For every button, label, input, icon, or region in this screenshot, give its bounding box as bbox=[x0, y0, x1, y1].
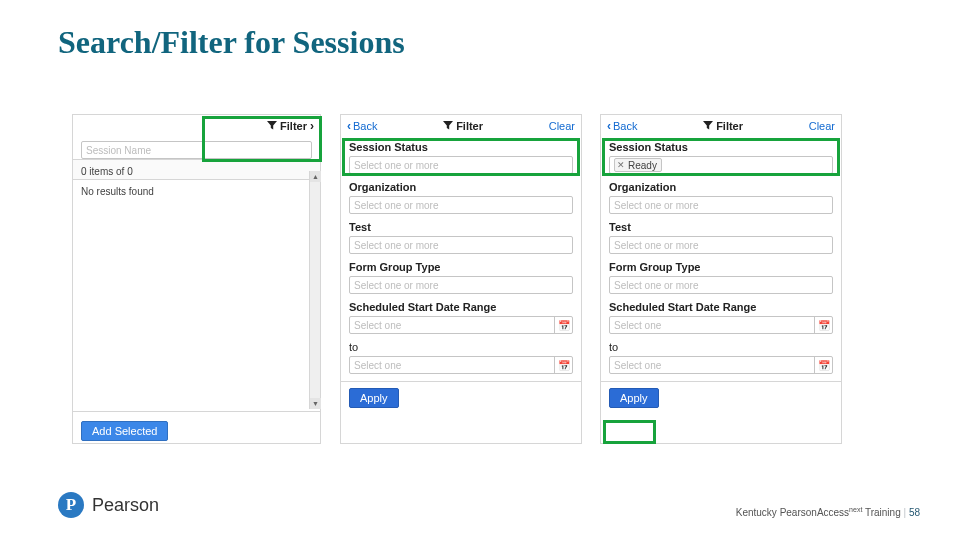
multi-placeholder: Select one or more bbox=[354, 200, 439, 211]
filter-icon bbox=[267, 121, 277, 131]
panel-filter-with-status: ‹Back Filter Clear Session Status ✕ Read… bbox=[600, 114, 842, 444]
multi-placeholder: Select one or more bbox=[614, 200, 699, 211]
chevron-left-icon: ‹ bbox=[347, 119, 351, 133]
label-test: Test bbox=[341, 217, 581, 233]
start-date-input[interactable]: Select one📅 bbox=[349, 316, 573, 334]
test-select[interactable]: Select one or more bbox=[349, 236, 573, 254]
filter-icon bbox=[703, 121, 713, 131]
label-organization: Organization bbox=[341, 177, 581, 193]
apply-button[interactable]: Apply bbox=[349, 388, 399, 408]
session-status-select[interactable]: ✕ Ready bbox=[609, 156, 833, 174]
chevron-right-icon: › bbox=[310, 119, 314, 133]
footer-suffix: Training bbox=[862, 507, 903, 518]
test-select[interactable]: Select one or more bbox=[609, 236, 833, 254]
label-form-group-type: Form Group Type bbox=[341, 257, 581, 273]
brand-logo-icon: P bbox=[58, 492, 84, 518]
brand: P Pearson bbox=[58, 492, 159, 518]
page-number: 58 bbox=[909, 507, 920, 518]
calendar-icon[interactable]: 📅 bbox=[814, 316, 832, 334]
add-selected-button[interactable]: Add Selected bbox=[81, 421, 168, 441]
back-link[interactable]: ‹Back bbox=[347, 119, 377, 133]
calendar-icon[interactable]: 📅 bbox=[554, 316, 572, 334]
start-date-input[interactable]: Select one📅 bbox=[609, 316, 833, 334]
clear-link[interactable]: Clear bbox=[549, 120, 575, 132]
footer-right-text: Kentucky PearsonAccessnext Training | 58 bbox=[736, 506, 920, 518]
back-link-label: Back bbox=[613, 120, 637, 132]
results-scrollbar[interactable]: ▲ ▼ bbox=[309, 171, 320, 409]
brand-name: Pearson bbox=[92, 495, 159, 516]
multi-placeholder: Select one or more bbox=[354, 240, 439, 251]
multi-placeholder: Select one or more bbox=[354, 280, 439, 291]
multi-placeholder: Select one or more bbox=[614, 240, 699, 251]
chip-label: Ready bbox=[628, 160, 657, 171]
multi-placeholder: Select one or more bbox=[354, 160, 439, 171]
panel-title: Filter bbox=[377, 120, 548, 132]
apply-button[interactable]: Apply bbox=[609, 388, 659, 408]
end-date-input[interactable]: Select one📅 bbox=[349, 356, 573, 374]
back-link-label: Back bbox=[353, 120, 377, 132]
chip-remove-icon[interactable]: ✕ bbox=[617, 160, 625, 170]
organization-select[interactable]: Select one or more bbox=[609, 196, 833, 214]
label-scheduled-range: Scheduled Start Date Range bbox=[341, 297, 581, 313]
slide-title: Search/Filter for Sessions bbox=[58, 24, 405, 61]
label-to: to bbox=[341, 337, 581, 353]
single-placeholder: Select one bbox=[614, 360, 661, 371]
filter-toggle-label: Filter bbox=[280, 120, 307, 132]
filter-toggle[interactable]: Filter › bbox=[267, 119, 314, 133]
panel-filter-empty: ‹Back Filter Clear Session Status Select… bbox=[340, 114, 582, 444]
scroll-down-icon[interactable]: ▼ bbox=[310, 398, 321, 409]
single-placeholder: Select one bbox=[354, 360, 401, 371]
organization-select[interactable]: Select one or more bbox=[349, 196, 573, 214]
results-count: 0 items of 0 bbox=[73, 159, 320, 180]
search-input-placeholder: Session Name bbox=[86, 145, 151, 156]
chevron-left-icon: ‹ bbox=[607, 119, 611, 133]
panel-session-list: Filter › Session Name 0 items of 0 No re… bbox=[72, 114, 321, 444]
label-session-status: Session Status bbox=[601, 137, 841, 153]
label-scheduled-range: Scheduled Start Date Range bbox=[601, 297, 841, 313]
calendar-icon[interactable]: 📅 bbox=[554, 356, 572, 374]
session-status-select[interactable]: Select one or more bbox=[349, 156, 573, 174]
multi-placeholder: Select one or more bbox=[614, 280, 699, 291]
label-session-status: Session Status bbox=[341, 137, 581, 153]
status-chip-ready[interactable]: ✕ Ready bbox=[614, 158, 662, 172]
label-to: to bbox=[601, 337, 841, 353]
single-placeholder: Select one bbox=[614, 320, 661, 331]
clear-link[interactable]: Clear bbox=[809, 120, 835, 132]
session-name-input[interactable]: Session Name bbox=[81, 141, 312, 159]
single-placeholder: Select one bbox=[354, 320, 401, 331]
no-results-label: No results found bbox=[73, 180, 320, 199]
footer-prefix: Kentucky PearsonAccess bbox=[736, 507, 849, 518]
calendar-icon[interactable]: 📅 bbox=[814, 356, 832, 374]
scroll-up-icon[interactable]: ▲ bbox=[310, 171, 321, 182]
form-group-type-select[interactable]: Select one or more bbox=[609, 276, 833, 294]
label-test: Test bbox=[601, 217, 841, 233]
label-form-group-type: Form Group Type bbox=[601, 257, 841, 273]
back-link[interactable]: ‹Back bbox=[607, 119, 637, 133]
panel-title: Filter bbox=[637, 120, 808, 132]
slide-footer: P Pearson Kentucky PearsonAccessnext Tra… bbox=[58, 492, 920, 518]
form-group-type-select[interactable]: Select one or more bbox=[349, 276, 573, 294]
label-organization: Organization bbox=[601, 177, 841, 193]
filter-icon bbox=[443, 121, 453, 131]
end-date-input[interactable]: Select one📅 bbox=[609, 356, 833, 374]
